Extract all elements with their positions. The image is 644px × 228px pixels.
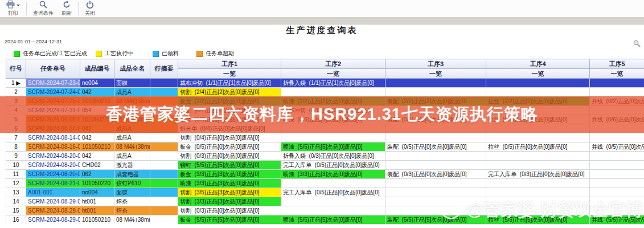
- product-name-cell[interactable]: 铰钉P610: [114, 179, 150, 188]
- process-5-cell[interactable]: [590, 88, 644, 97]
- process-4-cell[interactable]: [486, 88, 590, 97]
- process-1-cell[interactable]: 切割 (2/4)正品[2]次品[0]废品[0]: [178, 88, 281, 97]
- process-4-cell[interactable]: [486, 179, 590, 188]
- product-code-cell[interactable]: 042: [80, 133, 114, 142]
- process-2-cell[interactable]: [281, 206, 385, 215]
- process-2-cell[interactable]: [281, 197, 385, 206]
- process-2-cell[interactable]: 完工入库单 (0/5)正品[0]次品[0]废品[0]: [281, 188, 385, 197]
- row-number-cell[interactable]: 1 ▶: [6, 79, 26, 88]
- row-summary-cell[interactable]: [150, 179, 178, 188]
- process-2-cell[interactable]: [281, 179, 385, 188]
- process-1-cell[interactable]: 切割 (3/3)正品[3]次品[0]废品[0]: [178, 197, 281, 206]
- row-summary-cell[interactable]: [150, 133, 178, 142]
- print-dropdown-caret-icon[interactable]: [17, 5, 20, 8]
- product-name-cell[interactable]: 08 M4钉38mm(2000: [114, 142, 150, 152]
- task-number-cell[interactable]: SCRM-2024-08-20-00016: [26, 170, 80, 179]
- product-name-cell[interactable]: 成套电器: [114, 170, 150, 179]
- process-3-cell[interactable]: [385, 88, 486, 97]
- product-code-cell[interactable]: 101050210: [80, 142, 114, 152]
- product-name-cell[interactable]: 焊条: [114, 206, 150, 215]
- process-1-cell[interactable]: 喷漆 (3/3)正品[3]次品[0]废品[0]: [178, 179, 281, 188]
- product-code-cell[interactable]: no004: [80, 79, 114, 88]
- task-number-cell[interactable]: A001-001: [26, 188, 80, 197]
- process-2-cell[interactable]: [281, 88, 385, 97]
- product-code-cell[interactable]: 101050220: [80, 179, 114, 188]
- print-button[interactable]: 打印: [2, 0, 24, 18]
- product-code-cell[interactable]: 042: [80, 152, 114, 161]
- row-number-cell[interactable]: 15: [6, 206, 26, 215]
- close-button[interactable]: 关闭: [81, 0, 99, 18]
- product-name-cell[interactable]: 成品A: [114, 133, 150, 142]
- process-4-cell[interactable]: 拉丝 (0/5)正品[0]次品[0]废品[0]: [486, 142, 590, 152]
- process-2-cell[interactable]: 喷漆 (5/5)正品[5]次品[0]废品[0]: [281, 215, 385, 225]
- process-4-cell[interactable]: 完工入库单 (0/3)正品[0]次品[0]废品[0]: [486, 170, 590, 179]
- process-5-cell[interactable]: [590, 170, 644, 179]
- row-summary-cell[interactable]: [150, 161, 178, 170]
- process-3-cell[interactable]: [385, 133, 486, 142]
- row-number-cell[interactable]: 7: [6, 133, 26, 142]
- process-5-cell[interactable]: [590, 188, 644, 197]
- row-summary-cell[interactable]: [150, 79, 178, 88]
- task-number-cell[interactable]: SCRM-2024-08-29-00021: [26, 206, 80, 215]
- product-name-cell[interactable]: 面膜: [114, 188, 150, 197]
- row-number-cell[interactable]: 8: [6, 142, 26, 152]
- product-name-cell[interactable]: 成品A: [114, 88, 150, 97]
- product-name-cell[interactable]: 焊条: [114, 197, 150, 206]
- row-number-cell[interactable]: 14: [6, 197, 26, 206]
- process-4-cell[interactable]: [486, 161, 590, 170]
- row-summary-cell[interactable]: [150, 152, 178, 161]
- task-number-cell[interactable]: SCRM-2024-08-29-00020: [26, 197, 80, 206]
- product-code-cell[interactable]: 101050210: [80, 215, 114, 225]
- process-4-cell[interactable]: [486, 133, 590, 142]
- row-number-cell[interactable]: 10: [6, 161, 26, 170]
- product-name-cell[interactable]: 成品A: [114, 152, 150, 161]
- process-2-cell[interactable]: 折叠入袋 (0/3)正品[0]次品[0]废品[0]: [281, 152, 385, 161]
- process-5-cell[interactable]: [590, 133, 644, 142]
- product-code-cell[interactable]: 042: [80, 88, 114, 97]
- process-5-cell[interactable]: 并线 (0/5)正品[0]次品[0]废品[0]: [590, 142, 644, 152]
- process-4-cell[interactable]: [486, 188, 590, 197]
- magnifier-zoom-icon[interactable]: [633, 39, 641, 50]
- process-3-cell[interactable]: [385, 179, 486, 188]
- row-number-cell[interactable]: 16: [6, 215, 26, 225]
- product-name-cell[interactable]: 面膜: [114, 79, 150, 88]
- row-summary-cell[interactable]: [150, 170, 178, 179]
- row-number-cell[interactable]: 2: [6, 88, 26, 97]
- process-1-cell[interactable]: 铆钉 (5/5)正品[5]次品[0]废品[0]: [178, 161, 281, 170]
- row-number-cell[interactable]: 12: [6, 179, 26, 188]
- row-number-cell[interactable]: 11: [6, 170, 26, 179]
- row-summary-cell[interactable]: [150, 197, 178, 206]
- process-2-cell[interactable]: 完工入库单 (0/5)正品[0]次品[0]废品[0]: [281, 161, 385, 170]
- task-number-cell[interactable]: SCRM-2024-08-29-00022: [26, 215, 80, 225]
- query-conditions-button[interactable]: 查询条件: [29, 0, 58, 18]
- product-code-cell[interactable]: 062: [80, 170, 114, 179]
- process-5-cell[interactable]: [590, 161, 644, 170]
- row-summary-cell[interactable]: [150, 188, 178, 197]
- product-name-cell[interactable]: 08 M4钉38mm(2000: [114, 215, 150, 225]
- process-1-cell[interactable]: 切割 (0/3)正品[0]次品[0]废品[0]: [178, 206, 281, 215]
- refresh-button[interactable]: 刷新: [58, 0, 76, 18]
- row-summary-cell[interactable]: [150, 142, 178, 152]
- process-2-cell[interactable]: 折叠入袋 (1/1)正品[1]次品[0]废品[0]: [281, 79, 385, 88]
- row-number-cell[interactable]: 13: [6, 188, 26, 197]
- process-4-cell[interactable]: [486, 79, 590, 88]
- task-number-cell[interactable]: SCRM-2024-08-20-00014: [26, 161, 80, 170]
- task-number-cell[interactable]: SCRM-2024-08-20-00013: [26, 152, 80, 161]
- process-1-cell[interactable]: 切割 (3/5)正品[3]次品[0]废品[0]: [178, 188, 281, 197]
- task-number-cell[interactable]: SCRM-2024-07-24-00002: [26, 88, 80, 97]
- process-3-cell[interactable]: [385, 79, 486, 88]
- product-name-cell[interactable]: 激光器: [114, 161, 150, 170]
- product-code-cell[interactable]: CHD02: [80, 161, 114, 170]
- task-number-cell[interactable]: SCRM-2024-08-16-00012: [26, 142, 80, 152]
- process-2-cell[interactable]: 喷漆 (5/5)正品[5]次品[0]废品[0]: [281, 142, 385, 152]
- process-5-cell[interactable]: [590, 79, 644, 88]
- product-code-cell[interactable]: ht001: [80, 206, 114, 215]
- process-2-cell[interactable]: [281, 133, 385, 142]
- process-1-cell[interactable]: 裁布冲切 (1/1)正品[1]次品[0]废品[0]: [178, 79, 281, 88]
- task-number-cell[interactable]: SCRM-2024-07-23-00001: [26, 79, 80, 88]
- process-3-cell[interactable]: 装配 (0/5)正品[0]次品[0]废品[0]: [385, 142, 486, 152]
- process-3-cell[interactable]: [385, 161, 486, 170]
- product-code-cell[interactable]: no004: [80, 188, 114, 197]
- row-summary-cell[interactable]: [150, 215, 178, 225]
- process-1-cell[interactable]: 板金 (3/3)正品[3]次品[0]废品[0]: [178, 170, 281, 179]
